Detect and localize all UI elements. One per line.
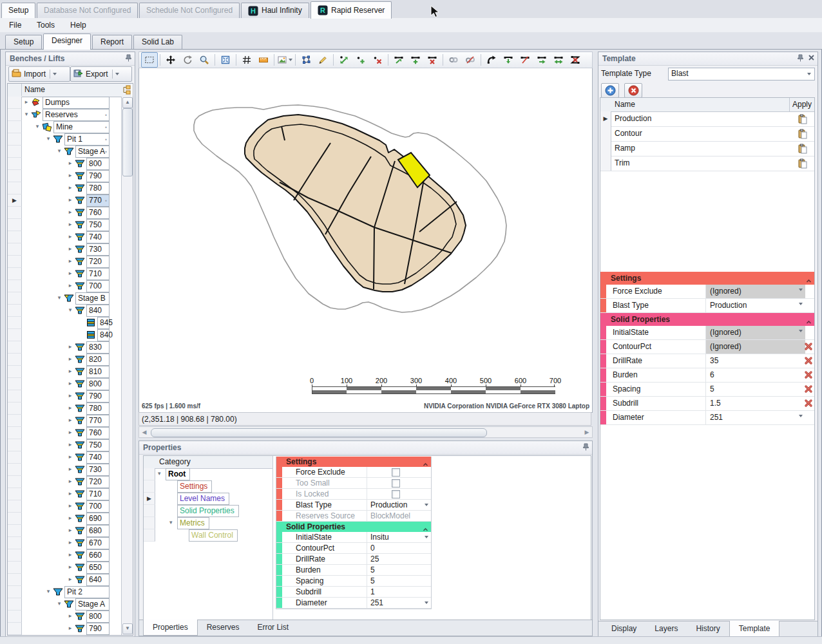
tree-item-label[interactable]: Mine▪ bbox=[53, 121, 110, 133]
row-selector[interactable] bbox=[8, 243, 22, 256]
expand-icon[interactable]: ▸ bbox=[67, 515, 73, 521]
tree-item-label[interactable]: 840 bbox=[86, 305, 110, 317]
expand-icon[interactable]: ▸ bbox=[67, 343, 73, 350]
tree-item-label[interactable]: 660 bbox=[86, 549, 110, 562]
category-label[interactable]: Settings bbox=[177, 480, 212, 493]
row-selector[interactable] bbox=[144, 505, 155, 517]
row-selector[interactable] bbox=[8, 611, 22, 623]
expand-icon[interactable]: ▸ bbox=[67, 184, 73, 191]
row-selector[interactable] bbox=[8, 623, 22, 635]
category-label[interactable]: Root bbox=[166, 468, 190, 480]
expand-icon[interactable]: ▸ bbox=[67, 441, 73, 448]
delete-template-button[interactable] bbox=[624, 83, 642, 98]
row-selector[interactable] bbox=[8, 476, 22, 488]
scroll-thumb[interactable] bbox=[122, 108, 133, 176]
expand-icon[interactable]: ▸ bbox=[67, 392, 73, 399]
category-metrics[interactable]: ▾Metrics bbox=[144, 517, 272, 529]
zoom-button[interactable] bbox=[196, 52, 213, 68]
tree-item-830[interactable]: ▸830 bbox=[8, 341, 121, 354]
collapse-icon[interactable]: ▾ bbox=[56, 600, 62, 607]
row-selector[interactable] bbox=[8, 170, 22, 182]
row-selector[interactable] bbox=[8, 464, 22, 476]
tree-item-label[interactable]: 760 bbox=[86, 427, 110, 439]
property-value[interactable]: Insitu bbox=[367, 532, 431, 542]
template-row-trim[interactable]: Trim bbox=[600, 156, 814, 171]
tree-item-780[interactable]: ▸780 bbox=[8, 402, 121, 415]
group-header-solid-properties[interactable]: Solid Properties bbox=[600, 313, 814, 326]
tree-item-640[interactable]: ▸640 bbox=[8, 574, 121, 586]
tree-item-label[interactable]: 640 bbox=[86, 574, 110, 586]
chevron-down-icon[interactable] bbox=[425, 601, 428, 604]
template-name[interactable]: Ramp bbox=[611, 141, 635, 155]
category-root[interactable]: ▾Root bbox=[144, 468, 272, 480]
tree-item-845[interactable]: 845 bbox=[8, 317, 121, 329]
tree-item-label[interactable]: 770▪ bbox=[86, 194, 110, 207]
row-selector[interactable] bbox=[8, 598, 22, 611]
marquee-select-button[interactable] bbox=[141, 52, 158, 68]
row-selector[interactable] bbox=[144, 480, 155, 493]
row-selector[interactable] bbox=[8, 329, 22, 341]
vertex-move-button[interactable] bbox=[336, 52, 352, 68]
tree-item-pit-1[interactable]: ▾Pit 1▪ bbox=[8, 133, 121, 146]
collapse-icon[interactable]: ▾ bbox=[23, 111, 30, 117]
tree-item-label[interactable]: 700 bbox=[86, 280, 110, 292]
tree-item-label[interactable]: 800 bbox=[86, 378, 110, 390]
main-tab-setup[interactable]: Setup bbox=[1, 3, 35, 18]
tree-item-770[interactable]: ▸770 bbox=[8, 415, 121, 427]
delete-value-icon[interactable] bbox=[804, 399, 814, 408]
group-header-solid-properties[interactable]: Solid Properties bbox=[276, 522, 431, 532]
module-tab-solid-lab[interactable]: Solid Lab bbox=[133, 35, 182, 49]
property-value[interactable]: 6 bbox=[705, 368, 805, 382]
expand-icon[interactable]: ▸ bbox=[67, 576, 73, 582]
tree-item-pit-2[interactable]: ▾Pit 2 bbox=[8, 586, 121, 598]
expand-icon[interactable]: ▸ bbox=[67, 160, 73, 166]
row-selector[interactable] bbox=[8, 97, 22, 109]
tree-item-label[interactable]: Stage A▪ bbox=[75, 146, 110, 158]
row-selector[interactable] bbox=[144, 517, 155, 529]
tree-item-800[interactable]: ▸800 bbox=[8, 158, 121, 170]
canvas-horizontal-scrollbar[interactable]: ◀ ▶ bbox=[139, 426, 593, 438]
pan-button[interactable] bbox=[162, 52, 179, 68]
property-value[interactable]: (Ignored) bbox=[705, 326, 805, 339]
tree-item-label[interactable]: 770 bbox=[86, 415, 110, 427]
property-value[interactable]: Production bbox=[367, 500, 431, 510]
row-selector[interactable] bbox=[8, 451, 22, 464]
checkbox[interactable] bbox=[392, 468, 400, 477]
apply-template-button[interactable] bbox=[790, 126, 814, 141]
draw-polygon-button[interactable] bbox=[298, 52, 314, 68]
tree-item-label[interactable]: 680 bbox=[86, 525, 110, 537]
property-value[interactable]: (Ignored) bbox=[705, 340, 805, 354]
expand-icon[interactable]: ▸ bbox=[67, 209, 73, 215]
tree-item-780[interactable]: ▸780 bbox=[8, 182, 121, 194]
row-selector[interactable] bbox=[8, 146, 22, 158]
tree-item-label[interactable]: Stage B bbox=[75, 292, 110, 305]
expand-icon[interactable]: ▸ bbox=[67, 527, 73, 533]
row-selector[interactable] bbox=[8, 574, 22, 586]
scroll-down-arrow[interactable]: ▼ bbox=[122, 623, 133, 634]
category-solid-properties[interactable]: Solid Properties bbox=[144, 505, 272, 517]
row-selector[interactable] bbox=[8, 586, 22, 598]
property-value[interactable]: Production bbox=[705, 299, 805, 312]
tree-item-820[interactable]: ▸820 bbox=[8, 354, 121, 366]
tree-item-680[interactable]: ▸680 bbox=[8, 525, 121, 537]
tree-item-label[interactable]: 820 bbox=[86, 354, 110, 366]
scroll-up-arrow[interactable]: ▲ bbox=[122, 97, 133, 108]
scroll-right-arrow[interactable]: ▶ bbox=[582, 428, 591, 437]
segment-remove-button[interactable] bbox=[517, 52, 533, 68]
delete-value-icon[interactable] bbox=[804, 356, 814, 366]
template-type-combobox[interactable]: Blast bbox=[668, 68, 815, 80]
expand-icon[interactable]: ▸ bbox=[67, 270, 73, 276]
tree-item-730[interactable]: ▸730 bbox=[8, 243, 121, 256]
category-wall-control[interactable]: Wall Control bbox=[144, 529, 272, 542]
category-label[interactable]: Level Names bbox=[177, 493, 229, 505]
tree-item-670[interactable]: ▸670 bbox=[8, 537, 121, 549]
measure-button[interactable] bbox=[255, 52, 272, 68]
tree-item-800[interactable]: ▸800 bbox=[8, 611, 121, 623]
tree-item-710[interactable]: ▸710 bbox=[8, 268, 121, 280]
tree-item-label[interactable]: 700 bbox=[86, 500, 110, 513]
segment-extend-button[interactable] bbox=[533, 52, 550, 68]
row-selector[interactable] bbox=[8, 305, 22, 317]
chevron-down-icon[interactable] bbox=[289, 59, 292, 61]
tree-item-stage-b[interactable]: ▾Stage B bbox=[8, 292, 121, 305]
tree-layout-icon[interactable] bbox=[121, 85, 131, 97]
